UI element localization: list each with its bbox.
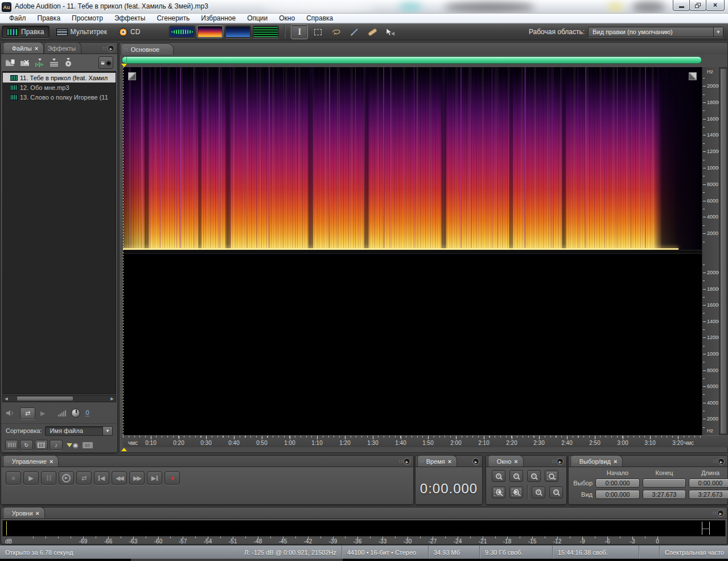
vscroll-thumb[interactable]	[720, 68, 727, 434]
menu-item-8[interactable]: Справка	[301, 14, 339, 23]
workspace-dropdown[interactable]: Вид правки (по умолчанию) ▼	[588, 27, 723, 37]
menu-item-5[interactable]: Избранное	[195, 14, 241, 23]
time-ruler[interactable]: 0:100:200:300:400:501:001:101:201:301:40…	[123, 435, 728, 447]
title-bar[interactable]: Au Adobe Audition - 11. Тебе в прикол (f…	[0, 0, 728, 14]
sort-dropdown[interactable]: Имя файла ▼	[45, 426, 113, 436]
panel-menu-icon[interactable]: ▶	[472, 458, 479, 465]
frequency-ruler[interactable]: 2000400060008000100001200014000160001800…	[702, 67, 719, 435]
vertical-scrollbar[interactable]	[719, 67, 728, 435]
show-midi-files-toggle[interactable]: ♪	[50, 440, 63, 450]
transport-panel-menu[interactable]: ∷ ▶	[399, 458, 410, 465]
restore-button[interactable]	[689, 0, 706, 11]
preview-play-button[interactable]: ▶	[40, 410, 45, 417]
show-options-button[interactable]: ◉	[98, 56, 113, 69]
menu-item-3[interactable]: Эффекты	[109, 14, 151, 23]
effects-paintbrush-tool[interactable]	[346, 24, 363, 39]
tab-close-icon[interactable]: ×	[35, 45, 38, 52]
zoom-in-horizontal-button[interactable]: +	[492, 470, 505, 482]
preview-volume-value[interactable]: 0	[85, 410, 89, 416]
zoom-in-vertical-button[interactable]: +	[532, 486, 545, 498]
zoom-out-horizontal-button[interactable]: −	[509, 470, 523, 482]
play-looped-button[interactable]: ⇄	[76, 471, 92, 485]
preview-volume-knob[interactable]	[71, 409, 80, 418]
tab-close-icon[interactable]: ×	[448, 458, 451, 465]
close-file-button[interactable]	[20, 59, 31, 67]
spectrogram-left-channel[interactable]	[123, 67, 702, 250]
db-ruler[interactable]: dB-69-66-63-60-57-54-51-48-45-42-39-36-3…	[2, 537, 726, 544]
hscroll-thumb[interactable]	[17, 396, 73, 401]
selection-start-field[interactable]: 0:00.000	[595, 478, 640, 488]
scroll-left-icon[interactable]: ◀	[3, 395, 10, 402]
playhead-line[interactable]	[123, 67, 124, 435]
menu-item-2[interactable]: Просмотр	[66, 14, 109, 23]
channel-corner-handle-icon[interactable]	[689, 72, 697, 80]
pause-button[interactable]	[41, 471, 56, 485]
show-loop-files-toggle[interactable]: ↻	[20, 440, 33, 450]
show-video-files-toggle[interactable]	[35, 440, 48, 450]
file-list-item[interactable]: 11. Тебе в прикол (feat. Хамил	[3, 73, 116, 82]
lasso-selection-tool[interactable]	[327, 24, 344, 39]
zoom-panel-menu[interactable]: ∷ ▶	[552, 458, 564, 465]
zoom-navigation-bar[interactable]	[122, 56, 702, 64]
insert-into-cd-button[interactable]	[63, 58, 73, 67]
spectral-display-button[interactable]	[197, 26, 223, 38]
go-to-end-button[interactable]: ▶	[147, 471, 162, 485]
file-list-hscrollbar[interactable]: ◀ ▶	[2, 395, 116, 402]
tab-close-icon[interactable]: ×	[50, 458, 53, 465]
selview-panel-menu[interactable]: ∷ ▶	[713, 458, 725, 465]
edit-view-button[interactable]: Правка	[2, 26, 50, 38]
chevron-down-icon[interactable]: ▼	[713, 27, 723, 36]
file-list-item[interactable]: 13. Слово о полку Игореве (11	[3, 92, 116, 102]
loop-preview-button[interactable]: ⇄	[20, 407, 35, 419]
menu-item-6[interactable]: Опции	[241, 14, 273, 23]
zoom-to-selection-button[interactable]	[545, 470, 558, 482]
import-file-button[interactable]	[5, 59, 16, 67]
cd-view-button[interactable]: CD	[114, 26, 145, 39]
menu-item-4[interactable]: Сгенерить	[151, 14, 195, 23]
follow-playback-speaker-icon[interactable]	[6, 410, 15, 416]
rewind-button[interactable]: ◀◀	[112, 471, 127, 485]
spectral-phase-display-button[interactable]	[253, 26, 279, 38]
panel-menu-icon[interactable]: ▶	[557, 458, 564, 465]
panel-menu-icon[interactable]: ▶	[404, 458, 410, 465]
view-start-field[interactable]: 0:00.000	[595, 490, 640, 499]
marquee-selection-tool[interactable]	[309, 24, 326, 39]
channel-divider[interactable]	[123, 250, 702, 254]
show-audio-files-toggle[interactable]	[5, 440, 18, 450]
scroll-right-icon[interactable]: ▶	[109, 395, 116, 402]
stop-button[interactable]: ■	[6, 471, 21, 485]
record-button[interactable]: ●	[164, 471, 180, 485]
panel-menu-icon[interactable]: ▶	[718, 458, 725, 465]
panel-menu-icon[interactable]: ▶	[108, 45, 114, 52]
time-selection-tool[interactable]: I	[291, 24, 308, 39]
play-button[interactable]: ▶	[23, 471, 39, 485]
zoom-out-full-button[interactable]: −	[527, 470, 541, 482]
tab-files[interactable]: ∷ Файлы ×	[3, 42, 44, 53]
zoom-out-vertical-button[interactable]: −	[549, 486, 563, 498]
panel-menu-icon[interactable]: ▶	[717, 510, 724, 517]
chevron-down-icon[interactable]: ▼	[102, 427, 112, 435]
spectral-display[interactable]	[123, 67, 702, 435]
menu-item-0[interactable]: Файл	[3, 14, 32, 23]
file-list[interactable]: 11. Тебе в прикол (feat. Хамил12. Обо мн…	[2, 71, 116, 394]
minimize-button[interactable]	[673, 0, 690, 11]
tab-levels[interactable]: ∷ Уровни ×	[3, 507, 45, 518]
tab-zoom[interactable]: ∷ Окно ×	[488, 455, 524, 467]
tab-effects[interactable]: Эффекты	[44, 42, 81, 53]
file-list-item[interactable]: 12. Обо мне.mp3	[3, 82, 116, 92]
insert-into-multitrack-button[interactable]	[49, 58, 59, 67]
tab-close-icon[interactable]: ×	[614, 458, 617, 465]
tab-selview[interactable]: ∷ Выбор/вид ×	[570, 455, 623, 467]
level-meter[interactable]	[2, 520, 726, 537]
fast-forward-button[interactable]: ▶▶	[129, 471, 145, 485]
insert-into-edit-button[interactable]	[35, 58, 45, 67]
view-end-field[interactable]: 3:27.673	[643, 490, 686, 499]
play-from-cursor-button[interactable]: ▶	[59, 471, 74, 485]
menu-item-1[interactable]: Правка	[32, 14, 67, 23]
go-to-start-button[interactable]: ◀	[94, 471, 109, 485]
scrub-tool[interactable]	[382, 24, 399, 39]
filter-view-indicator[interactable]: ◉	[67, 442, 79, 449]
zoom-to-selection-right-button[interactable]: ▶	[509, 486, 523, 498]
tab-close-icon[interactable]: ×	[36, 510, 39, 517]
channel-corner-handle-icon[interactable]	[128, 72, 136, 80]
